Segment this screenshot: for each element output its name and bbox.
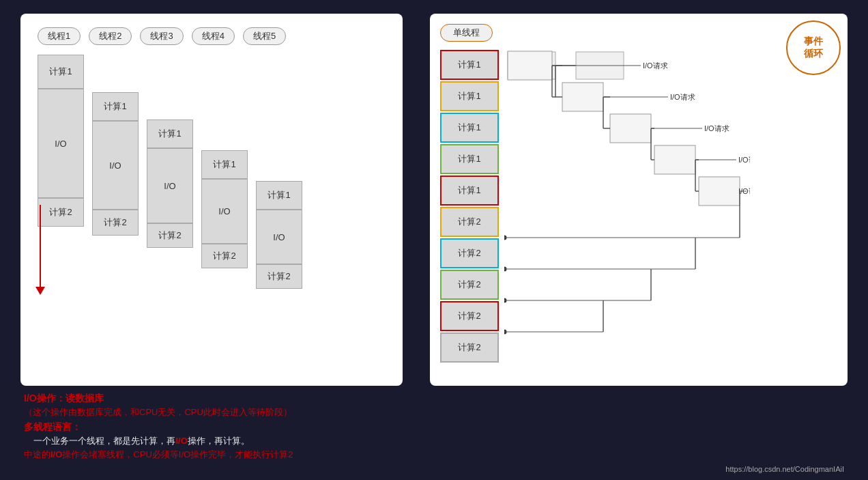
waterfall-svg-container: I/O请求 I/O请求 <box>502 50 837 376</box>
thread-label-2: 线程2 <box>89 27 132 45</box>
thread-label-5: 线程5 <box>243 27 286 45</box>
svg-rect-17 <box>654 145 695 174</box>
rb-9: 计算2 <box>440 301 499 331</box>
right-blocks-col: 计算1 计算1 计算1 计算1 计算1 计算2 计算2 计算2 计算2 计算2 <box>440 50 502 376</box>
t3-compute2: 计算2 <box>147 223 193 248</box>
rb-4: 计算1 <box>440 144 499 174</box>
event-loop-circle: 事件循环 <box>786 20 841 75</box>
arrow-head <box>35 287 45 295</box>
svg-text:I/O请求: I/O请求 <box>643 61 668 70</box>
t3-io: I/O <box>147 148 193 223</box>
bottom-text: I/O操作：读数据库 （这个操作由数据库完成，和CPU无关，CPU此时会进入等待… <box>20 393 848 461</box>
rb-1: 计算1 <box>440 50 499 80</box>
t3-compute1: 计算1 <box>147 119 193 148</box>
right-main-area: 计算1 计算1 计算1 计算1 计算1 计算2 计算2 计算2 计算2 计算2 <box>440 50 837 376</box>
t4-compute1: 计算1 <box>201 150 248 179</box>
thread-labels: 线程1 线程2 线程3 线程4 线程5 <box>31 27 392 45</box>
t2-compute1: 计算1 <box>92 92 139 121</box>
rb-10: 计算2 <box>440 333 499 363</box>
waterfall-svg: I/O请求 I/O请求 <box>504 50 750 371</box>
thread-label-3: 线程3 <box>140 27 183 45</box>
thread-label-1: 线程1 <box>38 27 81 45</box>
rb-3: 计算1 <box>440 113 499 143</box>
left-panel: 线程1 线程2 线程3 线程4 线程5 计算1 I/O 计算2 计算1 I/O … <box>20 14 403 386</box>
svg-rect-4 <box>508 51 552 80</box>
thread-col-1: 计算1 I/O 计算2 <box>38 55 84 227</box>
multithread-desc1: 一个业务一个线程，都是先计算，再I/O操作，再计算。 <box>24 435 848 447</box>
thread-col-2: 计算1 I/O 计算2 <box>92 92 139 236</box>
t2-compute2: 计算2 <box>92 210 139 236</box>
rb-7: 计算2 <box>440 238 499 268</box>
t2-io: I/O <box>92 121 139 210</box>
io-label: I/O操作：读数据库 <box>24 393 848 405</box>
thread-col-4: 计算1 I/O 计算2 <box>201 150 248 268</box>
note-text: （这个操作由数据库完成，和CPU无关，CPU此时会进入等待阶段） <box>24 406 848 419</box>
arrow-line <box>40 205 41 287</box>
t1-io: I/O <box>38 89 84 198</box>
svg-text:I/O请求: I/O请求 <box>738 156 750 164</box>
svg-text:I/O请求: I/O请求 <box>670 93 695 101</box>
thread-col-5: 计算1 I/O 计算2 <box>256 181 302 289</box>
t5-compute2: 计算2 <box>256 264 302 289</box>
footer-url: https://blog.csdn.net/CodingmanIAiI <box>20 465 848 473</box>
arrow-container <box>35 205 45 295</box>
t5-io: I/O <box>256 210 302 264</box>
rb-6: 计算2 <box>440 207 499 237</box>
svg-rect-5 <box>562 83 603 111</box>
t4-io: I/O <box>201 179 248 244</box>
multithread-desc2: 中途的I/O操作会堵塞线程，CPU必须等I/O操作完毕，才能执行计算2 <box>24 449 848 461</box>
t1-compute1: 计算1 <box>38 55 84 89</box>
threads-area: 计算1 I/O 计算2 计算1 I/O 计算2 计算1 I/O 计算2 <box>31 55 392 289</box>
multithread-title: 多线程语言： <box>24 421 848 434</box>
slide: 线程1 线程2 线程3 线程4 线程5 计算1 I/O 计算2 计算1 I/O … <box>0 0 868 480</box>
right-panel: 单线程 事件循环 计算1 计算1 计算1 计算1 计算1 计算2 计算2 计算2… <box>430 14 848 386</box>
svg-rect-23 <box>699 177 740 206</box>
main-content: 线程1 线程2 线程3 线程4 线程5 计算1 I/O 计算2 计算1 I/O … <box>20 14 848 386</box>
t4-compute2: 计算2 <box>201 244 248 268</box>
svg-rect-11 <box>610 114 651 143</box>
rb-2: 计算1 <box>440 81 499 111</box>
rb-5: 计算1 <box>440 175 499 206</box>
thread-col-3: 计算1 I/O 计算2 <box>147 119 193 248</box>
single-thread-label: 单线程 <box>440 24 493 42</box>
svg-text:I/O请求: I/O请求 <box>704 124 729 132</box>
t5-compute1: 计算1 <box>256 181 302 210</box>
rb-8: 计算2 <box>440 270 499 300</box>
thread-label-4: 线程4 <box>192 27 235 45</box>
